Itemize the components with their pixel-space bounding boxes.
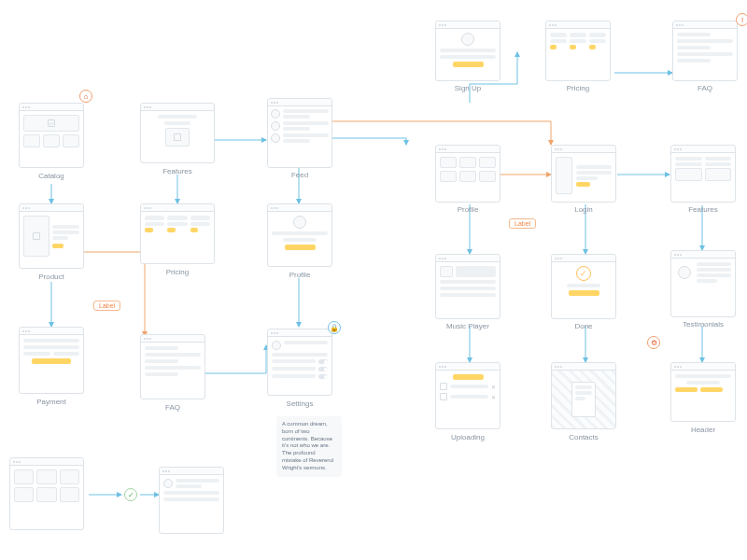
label-pricing2: Pricing bbox=[140, 268, 215, 276]
card-uploading[interactable]: ✕ ✕ bbox=[435, 362, 500, 429]
warning-icon: ! bbox=[736, 13, 747, 26]
label-contacts: Contacts bbox=[551, 433, 616, 441]
label-feed: Feed bbox=[267, 171, 332, 179]
flow-badge-1: Label bbox=[93, 301, 120, 311]
wireframe-flow-canvas: Sign Up Pricing FAQ Catalog Features Fee… bbox=[0, 0, 747, 560]
card-done[interactable]: ✓ bbox=[551, 254, 616, 319]
flow-connectors bbox=[0, 0, 747, 560]
label-musicplayer: Music Player bbox=[435, 322, 500, 330]
label-profile: Profile bbox=[267, 271, 332, 279]
card-pricing-top[interactable] bbox=[545, 21, 611, 81]
svg-rect-0 bbox=[49, 120, 55, 127]
label-catalog: Catalog bbox=[19, 172, 84, 180]
check-marker-icon: ✓ bbox=[124, 488, 137, 501]
label-uploading: Uploading bbox=[435, 433, 500, 441]
label-done: Done bbox=[551, 322, 616, 330]
label-payment: Payment bbox=[19, 398, 84, 406]
svg-rect-1 bbox=[175, 134, 181, 141]
card-testimonials[interactable] bbox=[670, 250, 736, 317]
card-faq2[interactable] bbox=[140, 334, 205, 399]
label-faq2: FAQ bbox=[140, 403, 205, 412]
card-musicplayer[interactable] bbox=[435, 254, 500, 319]
label-pricing-top: Pricing bbox=[545, 84, 611, 92]
label-login: Login bbox=[551, 205, 616, 214]
label-profile2: Profile bbox=[435, 205, 500, 214]
card-login[interactable] bbox=[551, 145, 616, 203]
card-product[interactable] bbox=[19, 203, 84, 269]
card-gallery[interactable] bbox=[9, 457, 84, 530]
label-features: Features bbox=[140, 167, 215, 175]
card-profile[interactable] bbox=[267, 203, 332, 267]
card-faq-top[interactable] bbox=[672, 21, 738, 81]
card-features[interactable] bbox=[140, 103, 215, 163]
svg-rect-2 bbox=[34, 233, 40, 240]
lock-icon: 🔒 bbox=[328, 321, 341, 334]
card-profile2[interactable] bbox=[435, 145, 500, 203]
label-testimonials: Testimonials bbox=[670, 320, 736, 329]
annotation-note: A common dream, born of two continents. … bbox=[276, 416, 342, 477]
check-icon: ✓ bbox=[576, 266, 591, 281]
label-product: Product bbox=[19, 273, 84, 281]
card-signup[interactable] bbox=[435, 21, 500, 81]
flow-badge-2: Label bbox=[509, 218, 536, 229]
card-header[interactable] bbox=[670, 362, 736, 422]
card-contacts[interactable] bbox=[551, 362, 616, 429]
card-catalog[interactable] bbox=[19, 103, 84, 168]
card-userlist[interactable] bbox=[159, 467, 224, 534]
label-signup: Sign Up bbox=[435, 84, 500, 92]
card-settings[interactable] bbox=[267, 329, 332, 396]
card-features2[interactable] bbox=[670, 145, 736, 203]
card-feed[interactable] bbox=[267, 98, 332, 168]
card-payment[interactable] bbox=[19, 327, 84, 394]
gear-icon: ⚙ bbox=[647, 336, 660, 349]
label-faq-top: FAQ bbox=[672, 84, 738, 92]
label-header: Header bbox=[670, 426, 736, 434]
label-settings: Settings bbox=[267, 399, 332, 408]
label-features2: Features bbox=[670, 205, 736, 214]
home-icon: ⌂ bbox=[79, 90, 92, 103]
card-pricing2[interactable] bbox=[140, 203, 215, 264]
